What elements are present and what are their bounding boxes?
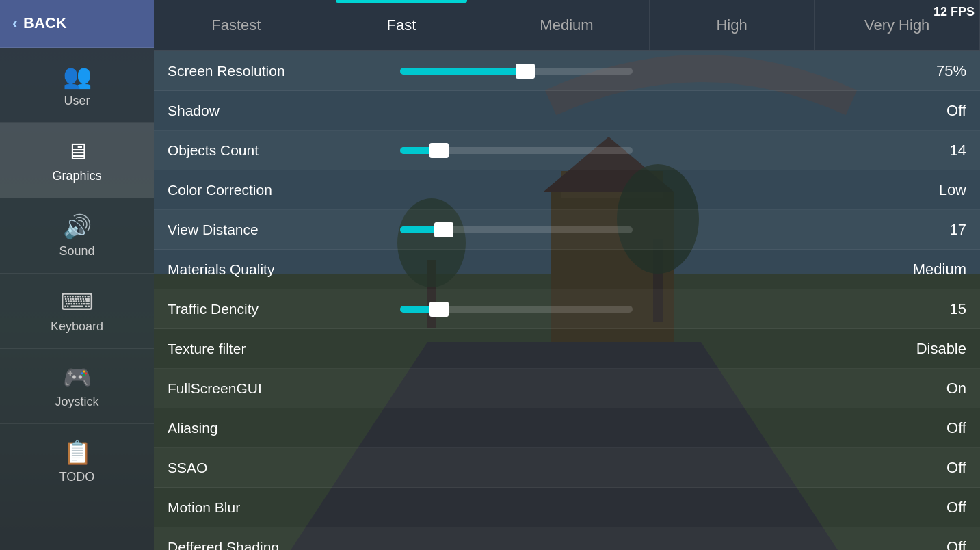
slider-thumb[interactable]: [429, 302, 449, 317]
setting-row[interactable]: Objects Count14: [154, 131, 980, 170]
setting-name: Color Correction: [168, 182, 386, 198]
todo-icon: 📋: [63, 438, 92, 466]
setting-value: Low: [871, 181, 966, 199]
slider-fill: [400, 226, 447, 233]
sidebar-item-user[interactable]: 👥 User: [0, 48, 154, 123]
setting-value: Disable: [871, 340, 966, 358]
setting-row[interactable]: ShadowOff: [154, 91, 980, 131]
setting-name: SSAO: [168, 460, 386, 476]
slider-track[interactable]: [400, 147, 633, 154]
slider-track[interactable]: [400, 306, 633, 313]
slider-thumb[interactable]: [429, 143, 449, 158]
setting-slider-area: [386, 226, 871, 233]
tab-medium[interactable]: Medium: [484, 0, 650, 50]
setting-row[interactable]: AliasingOff: [154, 408, 980, 448]
speaker-icon: 🔊: [63, 213, 92, 240]
keyboard-icon: ⌨: [60, 288, 94, 315]
setting-row[interactable]: Texture filterDisable: [154, 329, 980, 369]
slider-thumb[interactable]: [516, 64, 535, 79]
back-chevron-icon: ‹: [12, 14, 18, 33]
setting-name: Objects Count: [168, 142, 386, 159]
sidebar-item-graphics-label: Graphics: [52, 169, 101, 183]
slider-track[interactable]: [400, 226, 633, 233]
setting-name: Aliasing: [168, 420, 386, 436]
setting-row[interactable]: View Distance17: [154, 210, 980, 250]
setting-name: Motion Blur: [168, 499, 386, 516]
setting-value: 15: [871, 300, 966, 318]
setting-value: 75%: [871, 62, 966, 80]
setting-value: Off: [871, 419, 966, 437]
user-icon: 👥: [63, 62, 92, 90]
sidebar-item-graphics[interactable]: 🖥 Graphics: [0, 123, 154, 198]
back-button[interactable]: ‹ BACK: [0, 0, 154, 48]
fps-counter: 12 FPS: [933, 5, 975, 19]
setting-slider-area: [386, 68, 871, 75]
setting-row[interactable]: Screen Resolution75%: [154, 51, 980, 91]
back-label: BACK: [23, 14, 67, 32]
setting-value: 14: [871, 142, 966, 159]
sidebar-item-keyboard[interactable]: ⌨ Keyboard: [0, 274, 154, 349]
sidebar-item-joystick-label: Joystick: [55, 395, 98, 409]
setting-value: On: [871, 380, 966, 397]
setting-value: Off: [871, 102, 966, 120]
setting-slider-area: [386, 147, 871, 154]
tab-fastest[interactable]: Fastest: [154, 0, 319, 50]
setting-slider-area: [386, 306, 871, 313]
setting-value: 17: [871, 221, 966, 239]
slider-fill: [400, 68, 528, 75]
setting-name: Texture filter: [168, 341, 386, 357]
setting-name: Traffic Dencity: [168, 301, 386, 317]
sidebar: ‹ BACK 👥 User 🖥 Graphics 🔊 Sound ⌨ Keybo…: [0, 0, 154, 550]
sidebar-item-todo-label: TODO: [59, 470, 95, 484]
setting-row[interactable]: Deffered ShadingOff: [154, 527, 980, 550]
main-content: Fastest Fast Medium High Very High 12 FP…: [154, 0, 980, 550]
sidebar-item-sound-label: Sound: [59, 244, 94, 259]
sidebar-item-todo[interactable]: 📋 TODO: [0, 424, 154, 499]
setting-row[interactable]: SSAOOff: [154, 448, 980, 488]
setting-value: Off: [871, 499, 966, 516]
setting-value: Medium: [871, 261, 966, 278]
slider-track[interactable]: [400, 68, 633, 75]
tab-fast[interactable]: Fast: [319, 0, 485, 50]
setting-name: FullScreenGUI: [168, 380, 386, 397]
monitor-icon: 🖥: [66, 138, 89, 165]
setting-row[interactable]: FullScreenGUIOn: [154, 369, 980, 408]
setting-row[interactable]: Materials QualityMedium: [154, 250, 980, 289]
sidebar-item-user-label: User: [64, 94, 90, 108]
slider-fill: [400, 147, 442, 154]
setting-row[interactable]: Color CorrectionLow: [154, 170, 980, 210]
nav-items: 👥 User 🖥 Graphics 🔊 Sound ⌨ Keyboard 🎮 J…: [0, 48, 154, 550]
setting-name: View Distance: [168, 222, 386, 238]
slider-thumb[interactable]: [434, 222, 453, 237]
setting-name: Shadow: [168, 103, 386, 119]
setting-value: Off: [871, 459, 966, 477]
joystick-icon: 🎮: [63, 363, 92, 391]
setting-row[interactable]: Traffic Dencity15: [154, 289, 980, 329]
sidebar-item-sound[interactable]: 🔊 Sound: [0, 198, 154, 274]
quality-tabs-bar: Fastest Fast Medium High Very High 12 FP…: [154, 0, 980, 51]
setting-value: Off: [871, 538, 966, 551]
tab-high[interactable]: High: [650, 0, 815, 50]
sidebar-item-keyboard-label: Keyboard: [51, 319, 103, 334]
settings-list[interactable]: Screen Resolution75%ShadowOffObjects Cou…: [154, 51, 980, 550]
setting-name: Deffered Shading: [168, 539, 386, 551]
sidebar-item-joystick[interactable]: 🎮 Joystick: [0, 349, 154, 424]
setting-name: Materials Quality: [168, 261, 386, 278]
setting-name: Screen Resolution: [168, 63, 386, 79]
setting-row[interactable]: Motion BlurOff: [154, 488, 980, 527]
slider-fill: [400, 306, 442, 313]
